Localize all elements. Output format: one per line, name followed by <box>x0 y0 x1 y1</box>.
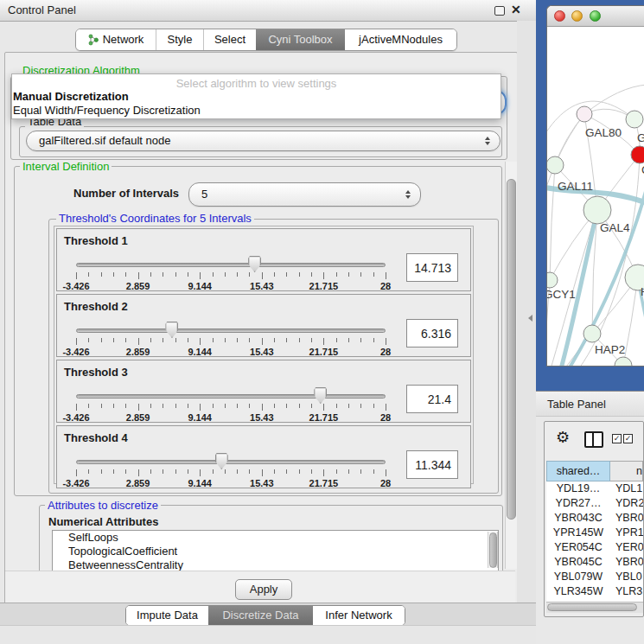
close-icon[interactable]: ✕ <box>511 3 521 16</box>
slider-tick-label: -3.426 <box>62 347 89 357</box>
control-panel-titlebar: Control Panel ✕ <box>0 0 536 22</box>
network-node[interactable] <box>547 272 558 288</box>
stepper-arrows-icon <box>405 190 411 199</box>
slider-ticks <box>76 272 386 280</box>
network-node[interactable] <box>626 111 643 128</box>
slider-tick-label: 28 <box>380 412 391 423</box>
tab-select[interactable]: Select <box>203 29 256 50</box>
threshold-value-field[interactable]: 11.344 <box>406 450 458 479</box>
scrollbar-thumb[interactable] <box>507 179 516 520</box>
attributes-scrollbar[interactable] <box>488 532 498 568</box>
slider-tick-label: 21.715 <box>309 412 339 423</box>
slider-track[interactable] <box>76 394 386 399</box>
threshold-value-field[interactable]: 21.4 <box>406 385 458 413</box>
slider-ticks <box>76 338 386 346</box>
network-node[interactable] <box>583 325 601 342</box>
cell-name[interactable]: YDL1 <box>610 481 643 496</box>
network-node[interactable] <box>577 106 592 122</box>
slider-ticks <box>76 469 386 477</box>
cell-name[interactable]: YBR0 <box>610 511 643 526</box>
table-row[interactable]: YDR27…YDR2 <box>546 496 643 511</box>
slider-thumb[interactable] <box>314 387 327 404</box>
threshold-slider[interactable]: -3.4262.8599.14415.4321.71528 <box>76 258 386 288</box>
table-row[interactable]: YLR345WYLR3 <box>546 584 643 599</box>
cell-name[interactable]: YER0 <box>610 540 643 555</box>
cell-name[interactable]: YBR0 <box>610 555 643 570</box>
table-row[interactable]: YPR145WYPR1 <box>546 526 643 540</box>
attribute-item[interactable]: SelfLoops <box>53 531 498 545</box>
cell-shared-name[interactable]: YBR043C <box>546 511 610 526</box>
cell-name[interactable]: YLR3 <box>610 584 643 599</box>
float-window-icon[interactable] <box>494 6 505 16</box>
apply-band: Apply <box>5 571 515 603</box>
scrollbar-thumb[interactable] <box>547 603 637 611</box>
cell-name[interactable]: YPR1 <box>610 526 643 540</box>
column-header-shared[interactable]: shared… <box>546 461 610 481</box>
tab-discretize-data[interactable]: Discretize Data <box>208 606 313 625</box>
table-horizontal-scrollbar[interactable] <box>546 602 643 613</box>
attribute-item[interactable]: TopologicalCoefficient <box>53 545 498 558</box>
attribute-item[interactable]: BetweennessCentrality <box>53 558 498 571</box>
cell-shared-name[interactable]: YER054C <box>546 540 610 555</box>
number-of-intervals-combobox[interactable]: 5 <box>188 182 421 207</box>
tab-style[interactable]: Style <box>156 29 203 50</box>
threshold-label: Threshold 2 <box>64 300 128 313</box>
cell-shared-name[interactable]: YDL19… <box>546 481 610 496</box>
threshold-slider[interactable]: -3.4262.8599.14415.4321.71528 <box>76 324 386 354</box>
network-node[interactable] <box>583 196 611 224</box>
numerical-attributes-list[interactable]: SelfLoopsTopologicalCoefficientBetweenne… <box>52 530 499 571</box>
network-node[interactable] <box>631 146 644 163</box>
zoom-traffic-light[interactable] <box>590 10 601 22</box>
table-rows[interactable]: YDL19…YDL1YDR27…YDR2YBR043CYBR0YPR145WYP… <box>546 481 643 602</box>
split-columns-icon[interactable] <box>584 431 603 448</box>
panel-divider[interactable] <box>517 21 536 644</box>
threshold-slider[interactable]: -3.4262.8599.14415.4321.71528 <box>76 456 386 485</box>
minimize-traffic-light[interactable] <box>571 10 583 22</box>
tab-network[interactable]: Network <box>76 29 156 50</box>
popup-item-manual-discretization[interactable]: Manual Discretization <box>12 90 501 104</box>
tab-impute-data[interactable]: Impute Data <box>126 606 208 625</box>
network-node[interactable] <box>547 156 564 174</box>
table-row[interactable]: YBR045CYBR0 <box>546 555 643 570</box>
column-header-name[interactable]: name <box>610 461 643 481</box>
cell-shared-name[interactable]: YPR145W <box>546 526 610 540</box>
tab-cyni-toolbox[interactable]: Cyni Toolbox <box>256 29 345 50</box>
slider-thumb[interactable] <box>165 322 178 338</box>
checkbox-icon[interactable]: ✓ <box>623 434 633 443</box>
slider-track[interactable] <box>76 460 386 464</box>
table-data-combobox[interactable]: galFiltered.sif default node <box>26 131 501 151</box>
threshold-value-field[interactable]: 14.713 <box>406 253 458 282</box>
cell-name[interactable]: YBL0 <box>610 570 643 584</box>
stepper-arrows-icon <box>485 137 490 145</box>
cell-shared-name[interactable]: YBL079W <box>546 570 610 584</box>
network-window-titlebar[interactable] <box>547 6 644 27</box>
slider-thumb[interactable] <box>215 453 228 469</box>
checkbox-icon[interactable]: ✓ <box>612 434 622 443</box>
slider-track[interactable] <box>76 328 386 333</box>
tab-infer-network[interactable]: Infer Network <box>313 606 405 625</box>
cell-shared-name[interactable]: YDR27… <box>546 496 610 511</box>
threshold-value-field[interactable]: 6.316 <box>406 319 458 348</box>
close-traffic-light[interactable] <box>554 10 565 22</box>
table-header-row: shared… name <box>546 461 643 481</box>
apply-button[interactable]: Apply <box>235 579 292 600</box>
table-row[interactable]: YBR043CYBR0 <box>546 511 643 526</box>
cell-name[interactable]: YDR2 <box>610 496 643 511</box>
panel-vertical-scrollbar[interactable] <box>505 162 518 569</box>
network-node[interactable] <box>615 357 632 367</box>
cell-shared-name[interactable]: YLR345W <box>546 584 610 599</box>
slider-track[interactable] <box>76 263 386 267</box>
table-row[interactable]: YBL079WYBL0 <box>546 570 643 584</box>
cell-shared-name[interactable]: YBR045C <box>546 555 610 570</box>
table-row[interactable]: YDL19…YDL1 <box>546 481 643 496</box>
threshold-slider[interactable]: -3.4262.8599.14415.4321.71528 <box>76 390 386 419</box>
scrollbar-thumb[interactable] <box>489 532 497 568</box>
slider-thumb[interactable] <box>248 256 261 272</box>
gear-icon[interactable]: ⚙ <box>556 430 570 445</box>
slider-tick-label: 9.144 <box>188 347 212 357</box>
popup-item-equal-width-frequency[interactable]: Equal Width/Frequency Discretization <box>12 104 501 118</box>
network-canvas[interactable]: GAL80GACGAL11GAL4GCY1HHAP2 <box>547 27 644 367</box>
table-row[interactable]: YER054CYER0 <box>546 540 643 555</box>
tab-jactivemnodules[interactable]: jActiveMNodules <box>345 29 456 50</box>
threshold-panel: Threshold 4 -3.4262.8599.14415.4321.7152… <box>56 425 471 488</box>
